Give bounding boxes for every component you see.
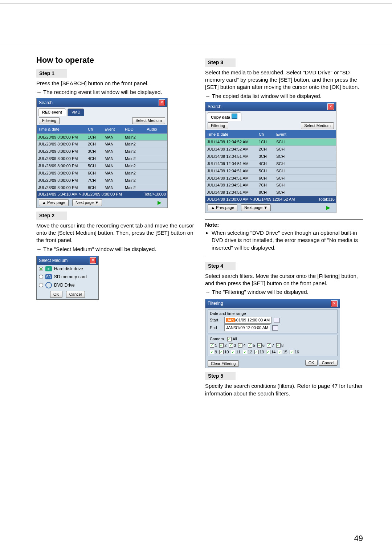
prev-page-button[interactable]: ▲ Prev page: [208, 204, 237, 211]
option-sd[interactable]: SD SD memory card: [37, 273, 98, 281]
hdd-icon: ≡: [45, 266, 52, 271]
table-row[interactable]: JUL/23/09 8:00:00 PM5CHMANMain2: [37, 162, 167, 169]
step3-result: The copied data list window will be disp…: [205, 93, 363, 100]
camera-checkbox[interactable]: 12: [243, 349, 252, 355]
camera-checkbox[interactable]: 16: [290, 349, 299, 355]
step5-text: Specify the search conditions (filters).…: [205, 382, 363, 397]
select-medium-window: Select Medium × ≡ Hard disk drive SD SD …: [36, 256, 99, 300]
ok-button[interactable]: OK: [50, 291, 62, 298]
table-row[interactable]: JUL/14/09 12:04:52 AM1CHSCH: [205, 138, 336, 145]
cancel-button[interactable]: Cancel: [319, 360, 338, 366]
next-page-button[interactable]: Next page ▼: [241, 204, 271, 211]
step1-result: The recording event list window will be …: [36, 89, 194, 96]
filtering-button[interactable]: Filtering: [208, 122, 228, 129]
sd-icon: SD: [45, 274, 52, 279]
close-icon[interactable]: ×: [90, 257, 96, 264]
table-row[interactable]: JUL/23/09 8:00:00 PM4CHMANMain2: [37, 155, 167, 162]
section-heading: How to operate: [36, 55, 194, 66]
checkbox-icon[interactable]: [227, 337, 232, 341]
start-input[interactable]: JAN/01/09 12:00:00 AM: [224, 317, 271, 324]
step4-label: Step 4: [205, 262, 236, 270]
camera-checkbox[interactable]: 3: [229, 343, 236, 348]
end-label: End: [210, 325, 222, 331]
arrow-icon: [232, 114, 237, 119]
col-event: Event: [103, 126, 123, 133]
tab-rec-event[interactable]: REC event: [38, 108, 66, 116]
close-icon[interactable]: ×: [327, 103, 334, 110]
col-ch: Ch: [257, 131, 275, 138]
status-range: JUL/14/09 5:34:18 AM > JUL/23/09 8:00:00…: [38, 192, 122, 197]
close-icon[interactable]: ×: [159, 99, 165, 106]
radio-icon: [39, 283, 43, 287]
table-row[interactable]: JUL/14/09 12:04:51 AM7CHSCH: [205, 181, 336, 189]
status-total: Total>10000: [144, 192, 166, 197]
step1-label: Step 1: [36, 69, 67, 78]
next-page-button[interactable]: Next page ▼: [72, 199, 102, 206]
close-icon[interactable]: ×: [331, 300, 338, 307]
table-row[interactable]: JUL/14/09 12:04:51 AM3CHSCH: [205, 153, 336, 160]
camera-checkbox[interactable]: 2: [219, 343, 226, 348]
option-dvd[interactable]: DVD Drive: [37, 281, 98, 290]
step3-label: Step 3: [205, 58, 236, 67]
table-row[interactable]: JUL/14/09 12:04:51 AM8CHSCH: [205, 189, 336, 196]
col-ch: Ch: [86, 126, 103, 133]
cancel-button[interactable]: Cancel: [66, 291, 85, 298]
filtering-title: Filtering: [208, 300, 223, 306]
status-total: Total:316: [318, 197, 335, 202]
calendar-icon[interactable]: [274, 318, 279, 323]
camera-checkbox[interactable]: 8: [276, 343, 283, 348]
prev-page-button[interactable]: ▲ Prev page: [39, 199, 69, 206]
table-row[interactable]: JUL/14/09 12:04:52 AM2CHSCH: [205, 145, 336, 153]
step2-label: Step 2: [36, 212, 67, 220]
camera-checkbox[interactable]: 4: [238, 343, 245, 348]
camera-checkbox[interactable]: 7: [267, 343, 274, 348]
tab-vmd[interactable]: VMD: [68, 108, 84, 116]
step3-text: Select the media to be searched. Select …: [205, 69, 363, 91]
status-range: JUL/14/09 12:00:00 AM > JUL/14/09 12:04:…: [207, 197, 295, 202]
camera-checkbox[interactable]: 5: [248, 343, 255, 348]
tab-copy-data[interactable]: Copy data: [207, 112, 241, 121]
col-timedate: Time & date: [37, 126, 86, 133]
radio-icon: [39, 267, 43, 271]
camera-checkbox[interactable]: 9: [210, 349, 217, 355]
option-hdd[interactable]: ≡ Hard disk drive: [37, 265, 98, 273]
search-title: Search: [208, 104, 221, 110]
camera-checkbox[interactable]: 13: [254, 349, 264, 355]
table-row[interactable]: JUL/14/09 12:04:51 AM5CHSCH: [205, 167, 336, 175]
dvd-icon: [45, 282, 52, 288]
step2-text: Move the cursor into the recording event…: [36, 222, 194, 244]
play-icon[interactable]: ▶: [158, 199, 165, 206]
filtering-button[interactable]: Filtering: [39, 117, 60, 124]
all-label: All: [233, 337, 237, 341]
step1-text: Press the [SEARCH] button on the front p…: [36, 80, 194, 87]
filtering-window: Filtering × Date and time range Start JA…: [205, 299, 340, 369]
start-label: Start: [210, 317, 222, 323]
end-input[interactable]: JAN/01/09 12:00:00 AM: [224, 324, 270, 331]
table-row[interactable]: JUL/23/09 8:00:00 PM8CHMANMain2: [37, 184, 167, 191]
camera-checkbox[interactable]: 6: [257, 343, 265, 348]
camera-checkbox[interactable]: 1: [210, 343, 217, 348]
select-medium-button[interactable]: Select Medium: [132, 117, 165, 124]
table-row[interactable]: JUL/14/09 12:04:51 AM6CHSCH: [205, 175, 336, 182]
search-window: Search × REC event VMD Filtering Select …: [36, 98, 168, 208]
camera-checkbox[interactable]: 10: [219, 349, 229, 355]
table-row[interactable]: JUL/23/09 8:00:00 PM1CHMANMain2: [37, 134, 167, 141]
page-number: 49: [354, 534, 363, 543]
clear-filtering-button[interactable]: Clear Filtering: [208, 360, 239, 367]
camera-checkbox[interactable]: 14: [266, 349, 275, 355]
table-row[interactable]: JUL/23/09 8:00:00 PM3CHMANMain2: [37, 148, 167, 155]
step2-result: The "Select Medium" window will be displ…: [36, 246, 194, 253]
play-icon[interactable]: ▶: [326, 204, 334, 211]
ok-button[interactable]: OK: [305, 360, 318, 366]
select-medium-button[interactable]: Select Medium: [301, 122, 334, 129]
camera-checkbox[interactable]: 11: [231, 349, 240, 355]
copy-data-window: Search × Copy data Filtering Select Medi…: [205, 102, 336, 213]
calendar-icon[interactable]: [272, 325, 278, 331]
table-row[interactable]: JUL/23/09 8:00:00 PM7CHMANMain2: [37, 177, 167, 184]
camera-checkbox[interactable]: 15: [278, 349, 287, 355]
table-row[interactable]: JUL/23/09 8:00:00 PM6CHMANMain2: [37, 169, 167, 177]
table-row[interactable]: JUL/14/09 12:04:51 AM4CHSCH: [205, 160, 336, 167]
step4-result: The "Filtering" window will be displayed…: [205, 288, 363, 296]
select-medium-title: Select Medium: [39, 258, 68, 263]
table-row[interactable]: JUL/23/09 8:00:00 PM2CHMANMain2: [37, 140, 167, 148]
